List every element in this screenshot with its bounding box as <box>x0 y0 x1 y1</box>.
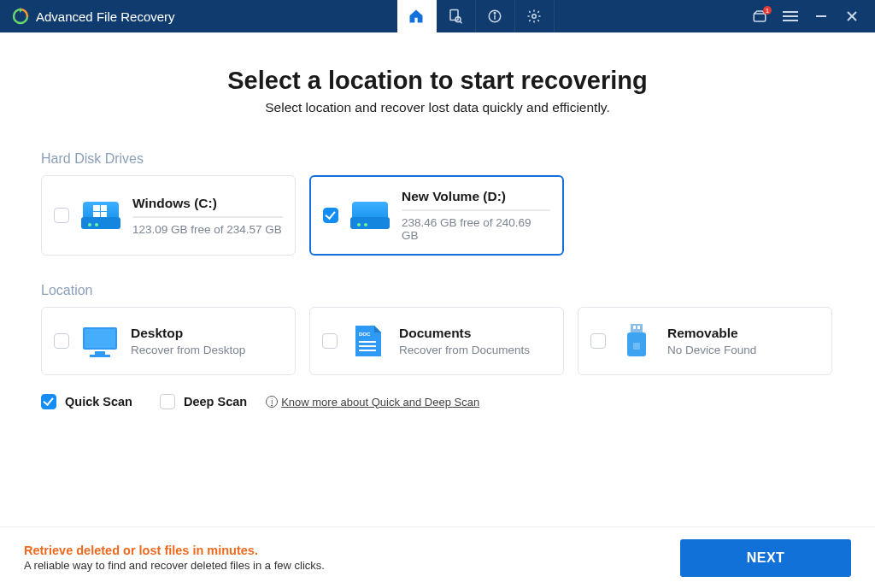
know-more-text: Know more about Quick and Deep Scan <box>281 396 479 409</box>
page-title: Select a location to start recovering <box>41 67 834 95</box>
info-icon <box>487 9 502 24</box>
scan-options: Quick Scan Deep Scan i Know more about Q… <box>41 394 834 409</box>
tab-search[interactable] <box>437 0 476 32</box>
page-subtitle: Select location and recover lost data qu… <box>41 100 834 115</box>
drive-icon <box>350 198 390 232</box>
drive-card-d[interactable]: New Volume (D:) 238.46 GB free of 240.69… <box>309 175 564 256</box>
next-button[interactable]: NEXT <box>680 539 851 577</box>
location-card-removable[interactable]: Removable No Device Found <box>578 307 832 375</box>
svg-rect-17 <box>95 351 105 355</box>
location-documents-checkbox[interactable] <box>322 333 338 349</box>
deep-scan-option[interactable]: Deep Scan <box>160 394 247 409</box>
svg-rect-16 <box>85 329 115 348</box>
svg-rect-20 <box>359 341 376 343</box>
svg-text:DOC: DOC <box>359 332 371 337</box>
app-logo-wrap: Advanced File Recovery <box>0 8 175 25</box>
svg-rect-27 <box>633 343 640 350</box>
location-card-desktop[interactable]: Desktop Recover from Desktop <box>41 307 296 375</box>
svg-rect-25 <box>637 326 640 329</box>
location-desktop-checkbox[interactable] <box>54 333 69 349</box>
quick-scan-option[interactable]: Quick Scan <box>41 394 132 409</box>
notification-badge: 1 <box>763 6 772 15</box>
home-icon <box>408 8 425 25</box>
svg-rect-1 <box>450 10 458 21</box>
window-controls: 1 <box>752 9 875 24</box>
location-card-documents[interactable]: DOC Documents Recover from Documents <box>309 307 564 375</box>
location-title: Removable <box>667 326 819 341</box>
deep-scan-label: Deep Scan <box>184 395 247 409</box>
footer-sub: A reliable way to find and recover delet… <box>24 559 325 572</box>
monitor-icon <box>81 324 119 358</box>
location-title: Desktop <box>131 326 283 341</box>
section-drives-label: Hard Disk Drives <box>41 151 834 167</box>
drive-sub: 123.09 GB free of 234.57 GB <box>132 223 283 236</box>
svg-rect-8 <box>754 14 766 21</box>
know-more-link[interactable]: i Know more about Quick and Deep Scan <box>266 396 479 409</box>
usb-icon <box>618 324 655 358</box>
app-title: Advanced File Recovery <box>36 9 175 24</box>
info-icon: i <box>266 396 278 408</box>
file-search-icon <box>448 9 463 24</box>
location-removable-checkbox[interactable] <box>590 333 606 349</box>
gear-icon <box>526 9 542 24</box>
close-button[interactable] <box>844 9 860 24</box>
drive-d-checkbox[interactable] <box>323 208 338 223</box>
svg-rect-22 <box>359 350 376 351</box>
titlebar: Advanced File Recovery 1 <box>0 0 875 32</box>
section-location-label: Location <box>41 283 834 298</box>
drives-row: Windows (C:) 123.09 GB free of 234.57 GB… <box>41 175 834 256</box>
footer-title: Retrieve deleted or lost files in minute… <box>24 544 325 557</box>
main-content: Select a location to start recovering Se… <box>0 67 875 409</box>
location-sub: No Device Found <box>667 344 819 356</box>
drive-sep <box>402 209 550 211</box>
location-title: Documents <box>399 326 551 341</box>
svg-rect-23 <box>631 324 643 332</box>
app-logo-icon <box>12 8 29 25</box>
deep-scan-checkbox[interactable] <box>160 394 175 409</box>
footer: Retrieve deleted or lost files in minute… <box>0 526 875 588</box>
drive-card-c[interactable]: Windows (C:) 123.09 GB free of 234.57 GB <box>41 175 296 256</box>
tab-settings[interactable] <box>515 0 555 32</box>
document-icon: DOC <box>349 324 387 358</box>
minimize-button[interactable] <box>813 9 829 24</box>
page-heading: Select a location to start recovering Se… <box>41 67 834 115</box>
svg-point-7 <box>532 15 537 19</box>
quick-scan-checkbox[interactable] <box>41 394 56 409</box>
svg-line-3 <box>460 21 461 23</box>
svg-rect-24 <box>633 326 636 329</box>
drive-title: Windows (C:) <box>132 196 283 211</box>
tab-area <box>397 0 555 32</box>
tab-home[interactable] <box>397 0 437 32</box>
quick-scan-label: Quick Scan <box>65 395 132 409</box>
drive-icon <box>81 198 120 232</box>
location-sub: Recover from Desktop <box>131 344 283 356</box>
drive-sub: 238.46 GB free of 240.69 GB <box>402 216 550 242</box>
location-sub: Recover from Documents <box>399 344 551 356</box>
drive-c-checkbox[interactable] <box>54 208 69 223</box>
svg-point-6 <box>494 13 496 15</box>
svg-rect-18 <box>90 355 110 357</box>
menu-button[interactable] <box>783 9 798 24</box>
inbox-button[interactable]: 1 <box>752 9 767 24</box>
drive-sep <box>132 216 283 218</box>
drive-title: New Volume (D:) <box>402 189 550 204</box>
footer-text: Retrieve deleted or lost files in minute… <box>24 544 325 572</box>
tab-info[interactable] <box>476 0 515 32</box>
svg-rect-21 <box>359 345 376 347</box>
locations-row: Desktop Recover from Desktop DOC Documen… <box>41 307 834 375</box>
